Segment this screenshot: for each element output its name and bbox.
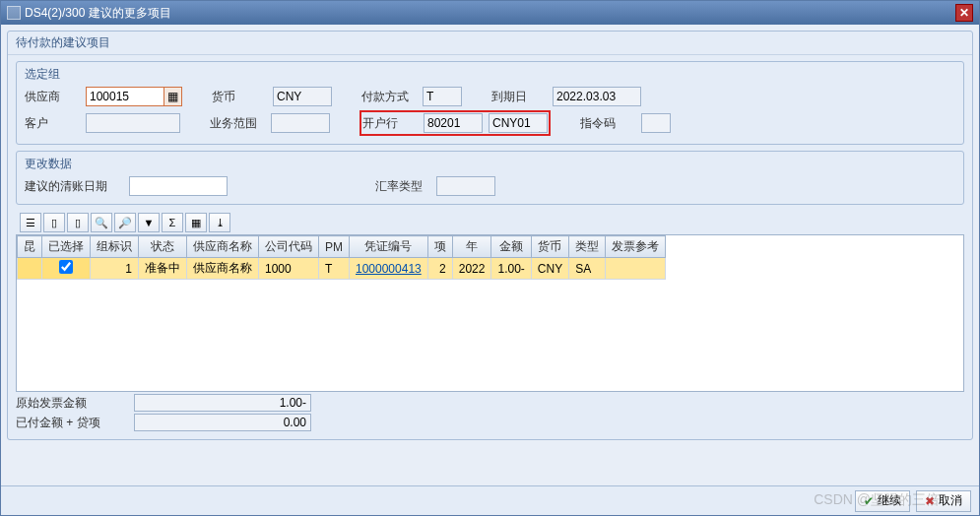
main-group: 待付款的建议项目 选定组 供应商 ▦ 货币 [7, 31, 973, 440]
col-5[interactable]: PM [319, 236, 350, 258]
col-4[interactable]: 公司代码 [259, 236, 319, 258]
cleardate-label: 建议的清账日期 [25, 178, 123, 195]
tool-sum-icon[interactable]: Σ [162, 213, 183, 232]
bank-input-1[interactable] [424, 113, 483, 133]
currency-input[interactable] [273, 87, 332, 106]
col-9[interactable]: 金额 [491, 236, 531, 258]
vendor-label: 供应商 [25, 89, 80, 105]
col-8[interactable]: 年 [452, 236, 491, 258]
tool-export-icon[interactable]: ⤓ [209, 213, 230, 232]
bank-highlight: 开户行 [359, 110, 551, 136]
dialog-footer: CSDN @坚强的三倍 ✔ 继续 ✖ 取消 [1, 485, 979, 515]
grid: 昆 已选择 组标识 状态 供应商名称 公司代码 PM 凭证编号 项 年 金额 货… [16, 234, 964, 392]
change-group-title: 更改数据 [25, 156, 955, 172]
tool-sort-asc-icon[interactable]: ▯ [43, 213, 65, 232]
cell-docno-link[interactable]: 1000000413 [356, 262, 422, 276]
col-6[interactable]: 凭证编号 [350, 236, 428, 258]
titlebar: DS4(2)/300 建议的更多项目 ✕ [1, 1, 979, 25]
cell-invref [606, 258, 666, 280]
duedate-input[interactable] [553, 87, 641, 106]
table-row[interactable]: 1 准备中 供应商名称 1000 T 1000000413 2 2022 1.0… [18, 258, 666, 280]
col-rowsel[interactable]: 昆 [18, 236, 42, 258]
tool-findnext-icon[interactable]: 🔎 [114, 213, 136, 232]
continue-button[interactable]: ✔ 继续 [855, 490, 910, 512]
currency-label: 货币 [212, 89, 267, 105]
change-group: 更改数据 建议的清账日期 汇率类型 [16, 151, 964, 205]
window-title: DS4(2)/300 建议的更多项目 [25, 5, 171, 22]
cell-curr: CNY [531, 258, 568, 280]
bank-input-2[interactable] [489, 113, 548, 133]
grid-toolbar: ☰ ▯ ▯ 🔍 🔎 ▼ Σ ▦ ⤓ [16, 211, 964, 234]
cell-item: 2 [427, 258, 452, 280]
tool-filter-icon[interactable]: ▼ [138, 213, 160, 232]
paymethod-input[interactable] [423, 87, 462, 106]
row-checkbox[interactable] [59, 260, 73, 274]
col-11[interactable]: 类型 [569, 236, 606, 258]
ratetype-input[interactable] [436, 176, 495, 196]
paid-amount-value: 0.00 [134, 414, 311, 431]
cell-status: 准备中 [139, 258, 187, 280]
cell-group: 1 [91, 258, 139, 280]
tool-details-icon[interactable]: ☰ [20, 213, 41, 232]
orig-amount-label: 原始发票金额 [16, 395, 134, 412]
selection-group-title: 选定组 [25, 66, 955, 83]
duedate-label: 到期日 [491, 89, 547, 105]
close-button[interactable]: ✕ [955, 4, 973, 22]
cell-pm: T [319, 258, 350, 280]
instr-input[interactable] [641, 113, 671, 133]
busarea-input[interactable] [271, 113, 330, 133]
col-0[interactable]: 已选择 [42, 236, 91, 258]
busarea-label: 业务范围 [210, 115, 265, 132]
orig-amount-value: 1.00- [134, 394, 311, 412]
dialog-window: DS4(2)/300 建议的更多项目 ✕ 待付款的建议项目 选定组 供应商 ▦ [0, 0, 980, 516]
cell-vendor: 供应商名称 [187, 258, 259, 280]
cancel-button[interactable]: ✖ 取消 [916, 490, 971, 512]
customer-input[interactable] [86, 113, 180, 133]
grid-header-row: 昆 已选择 组标识 状态 供应商名称 公司代码 PM 凭证编号 项 年 金额 货… [18, 236, 666, 258]
col-2[interactable]: 状态 [139, 236, 187, 258]
col-1[interactable]: 组标识 [91, 236, 139, 258]
col-7[interactable]: 项 [427, 236, 452, 258]
customer-label: 客户 [25, 115, 80, 132]
cleardate-input[interactable] [129, 176, 228, 196]
ratetype-label: 汇率类型 [375, 178, 430, 195]
col-10[interactable]: 货币 [531, 236, 568, 258]
bank-label: 开户行 [362, 115, 418, 132]
instr-label: 指令码 [580, 115, 635, 132]
cell-amount: 1.00- [491, 258, 531, 280]
cell-company: 1000 [259, 258, 319, 280]
tool-layout-icon[interactable]: ▦ [185, 213, 207, 232]
tool-find-icon[interactable]: 🔍 [91, 213, 112, 232]
col-3[interactable]: 供应商名称 [187, 236, 259, 258]
summary-block: 原始发票金额 1.00- 已付金额 + 贷项 0.00 [16, 394, 964, 431]
paid-amount-label: 已付金额 + 贷项 [16, 415, 134, 431]
tool-sort-desc-icon[interactable]: ▯ [67, 213, 89, 232]
check-icon: ✔ [864, 494, 874, 508]
row-selector[interactable] [18, 258, 42, 280]
col-12[interactable]: 发票参考 [606, 236, 666, 258]
vendor-input[interactable] [86, 87, 164, 106]
main-group-title: 待付款的建议项目 [8, 32, 972, 55]
app-icon [7, 6, 21, 20]
cell-year: 2022 [452, 258, 491, 280]
cell-type: SA [569, 258, 606, 280]
cancel-icon: ✖ [925, 494, 935, 508]
paymethod-label: 付款方式 [361, 89, 417, 105]
vendor-f4-icon[interactable]: ▦ [164, 87, 182, 106]
selection-group: 选定组 供应商 ▦ 货币 [16, 61, 964, 145]
